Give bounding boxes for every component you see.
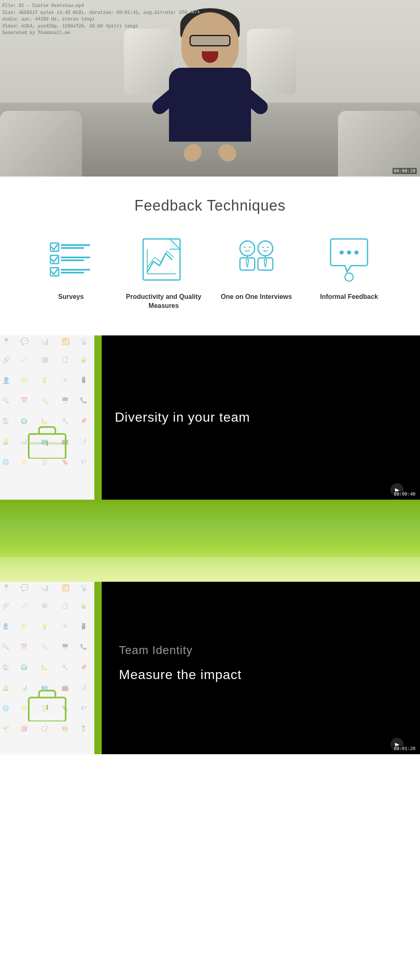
surveys-icon-box xyxy=(44,235,98,284)
green-transition-section xyxy=(0,500,420,582)
svg-point-12 xyxy=(240,241,255,256)
svg-marker-17 xyxy=(246,259,249,267)
bg-icons-container: 📍 💬 📊 📶 📡 🔗 📈 ⚙️ 📋 🔒 👤 📁 💡 📧 📱 🔍 📅 🏷️ 🖥️… xyxy=(0,335,94,500)
person-body xyxy=(169,68,251,142)
video-left-panel-2: 📍 💬 📊 📶 📡 🔗 📈 ⚙️ 📋 🔒 👤 📁 💡 📧 📱 🔍 📅 🏷️ 🖥️… xyxy=(0,335,94,500)
feedback-techniques-section: Feedback Techniques xyxy=(0,177,420,335)
accent-bar-3 xyxy=(94,582,102,754)
icon-item-productivity: Productivity and Quality Measures xyxy=(123,235,205,311)
pillow-right xyxy=(247,29,296,94)
svg-point-25 xyxy=(347,250,351,255)
feedback-label: Informal Feedback xyxy=(320,292,378,301)
interviews-label: One on One Interviews xyxy=(221,292,292,301)
svg-point-27 xyxy=(345,273,353,281)
bg-icons-3: 📍 💬 📊 📶 📡 🔗 📈 ⚙️ 📋 🔒 👤 📁 💡 📧 📱 🔍 📅 🏷️ 🖥️… xyxy=(0,582,94,754)
person-glasses xyxy=(189,35,231,46)
slide-text-line-2: Measure the impact xyxy=(119,667,242,682)
video-timestamp-1: 00:00:20 xyxy=(393,168,417,174)
interviews-icon-box xyxy=(230,235,283,284)
video-thumbnail-2: 📍 💬 📊 📶 📡 🔗 📈 ⚙️ 📋 🔒 👤 📁 💡 📧 📱 🔍 📅 🏷️ 🖥️… xyxy=(0,335,420,500)
svg-point-24 xyxy=(340,250,344,255)
couch-cushion-right xyxy=(338,111,420,177)
slide-text-2: Diversity in your team xyxy=(115,410,250,425)
productivity-label: Productivity and Quality Measures xyxy=(123,292,205,311)
slide-text-line-1: Team Identity xyxy=(119,643,242,656)
svg-rect-29 xyxy=(29,434,66,459)
svg-marker-23 xyxy=(264,259,267,267)
pillow-left xyxy=(124,29,173,94)
video-timestamp-3: 00:01:20 xyxy=(393,746,417,752)
briefcase-highlight-3 xyxy=(27,689,68,721)
fade-bottom xyxy=(0,557,420,582)
feedback-icon-box xyxy=(322,235,376,284)
surveys-label: Surveys xyxy=(58,292,84,301)
video-thumbnail-3: 📍 💬 📊 📶 📡 🔗 📈 ⚙️ 📋 🔒 👤 📁 💡 📧 📱 🔍 📅 🏷️ 🖥️… xyxy=(0,582,420,754)
video-thumbnail-1: File: 01 - Course Overview.mp4 Size: 466… xyxy=(0,0,420,177)
accent-bar-2 xyxy=(94,335,102,500)
icon-item-feedback: Informal Feedback xyxy=(308,235,390,301)
productivity-icon-box xyxy=(137,235,190,284)
slide-text-container-3: Team Identity Measure the impact xyxy=(119,643,242,692)
productivity-icon xyxy=(139,237,188,282)
icon-item-interviews: One on One Interviews xyxy=(215,235,297,301)
icon-item-surveys: Surveys xyxy=(30,235,112,301)
video-right-panel-2: Diversity in your team ▶ 00:00:40 xyxy=(94,335,420,500)
couch-cushion-left xyxy=(0,111,82,177)
surveys-icon xyxy=(48,239,94,280)
feedback-icon xyxy=(324,237,374,282)
icons-row: Surveys Productivity and Quality Mea xyxy=(16,235,404,311)
person-mouth xyxy=(202,51,218,63)
svg-point-26 xyxy=(354,250,358,255)
video-right-panel-3: Team Identity Measure the impact ▶ 00:01… xyxy=(94,582,420,754)
section-title: Feedback Techniques xyxy=(16,197,404,214)
video-left-panel-3: 📍 💬 📊 📶 📡 🔗 📈 ⚙️ 📋 🔒 👤 📁 💡 📧 📱 🔍 📅 🏷️ 🖥️… xyxy=(0,582,94,754)
briefcase-highlight xyxy=(27,424,68,459)
briefcase-icon-3 xyxy=(27,689,68,721)
video-timestamp-2: 00:00:40 xyxy=(393,491,417,497)
briefcase-icon xyxy=(27,424,68,459)
svg-point-18 xyxy=(258,241,273,256)
video-metadata: File: 01 - Course Overview.mp4 Size: 466… xyxy=(2,2,200,36)
interviews-icon xyxy=(232,238,281,281)
